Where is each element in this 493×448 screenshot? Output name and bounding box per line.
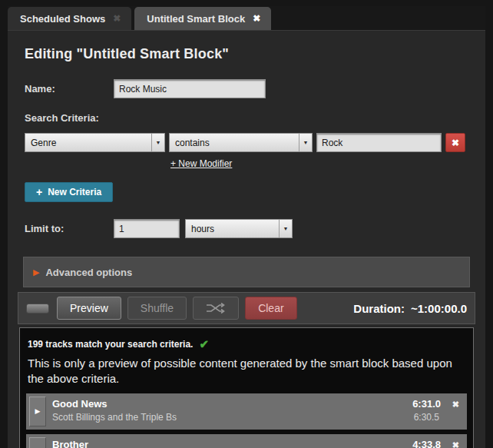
criteria-modifier-select[interactable]: contains ▼ [169, 133, 313, 152]
limit-value-input[interactable] [114, 219, 180, 238]
criteria-row: Genre ▼ contains ▼ ✖ [25, 133, 476, 152]
smart-block-window: Scheduled Shows ✖ Untitled Smart Block ✖… [8, 6, 485, 448]
remove-criteria-button[interactable]: ✖ [445, 133, 465, 152]
play-button[interactable]: ▶ [29, 437, 46, 448]
toolbar-grip-handle[interactable] [26, 304, 49, 314]
remove-track-icon[interactable]: ✖ [452, 440, 459, 448]
track-row[interactable]: ▶ Good News 6:31.0 Scott Billings and th… [26, 393, 467, 430]
track-cue-length: 6:30.5 [414, 412, 439, 423]
track-list: ▶ Good News 6:31.0 Scott Billings and th… [26, 393, 467, 448]
success-check-icon: ✔ [199, 337, 209, 351]
chevron-down-icon: ▼ [151, 134, 164, 151]
duration-label: Duration: [353, 302, 405, 315]
name-row: Name: [25, 79, 476, 98]
track-title: Good News [52, 398, 412, 410]
advanced-options-header[interactable]: ▶ Advanced options [23, 257, 470, 287]
preview-panel: 199 tracks match your search criteria. ✔… [19, 327, 474, 448]
crossfade-shuffle-button[interactable] [193, 297, 239, 320]
duration-display: Duration:~1:00:00.0 [353, 302, 467, 315]
play-button[interactable]: ▶ [29, 397, 46, 426]
plus-icon: + [36, 186, 42, 198]
match-count-text: 199 tracks match your search criteria. [28, 339, 193, 350]
shuffle-arrows-icon [206, 303, 226, 314]
close-icon: ✖ [452, 138, 459, 148]
criteria-modifier-value: contains [170, 138, 299, 148]
chevron-down-icon: ▼ [299, 134, 312, 151]
limit-row: Limit to: hours ▼ [25, 219, 476, 238]
track-title: Brother [52, 439, 412, 448]
preview-toolbar: Preview Shuffle Clear Duration:~1:00:00.… [18, 292, 475, 324]
tab-close-icon[interactable]: ✖ [253, 13, 260, 24]
tab-label: Scheduled Shows [20, 13, 105, 25]
match-line: 199 tracks match your search criteria. ✔ [28, 337, 467, 351]
limit-unit-value: hours [186, 224, 279, 234]
tab-label: Untitled Smart Block [147, 13, 245, 25]
page-title: Editing "Untitled Smart Block" [25, 46, 476, 62]
track-artist: Scott Billings and the Triple Bs [52, 412, 414, 423]
tab-close-icon[interactable]: ✖ [113, 13, 121, 24]
search-criteria-label: Search Criteria: [25, 112, 476, 124]
preview-note: This is only a preview of possible conte… [28, 356, 467, 387]
name-label: Name: [25, 83, 114, 95]
limit-label: Limit to: [25, 223, 114, 234]
play-icon: ▶ [35, 407, 41, 415]
tab-scheduled-shows[interactable]: Scheduled Shows ✖ [8, 7, 131, 30]
shuffle-button[interactable]: Shuffle [127, 297, 187, 320]
remove-track-icon[interactable]: ✖ [452, 400, 459, 410]
criteria-value-input[interactable] [316, 133, 442, 152]
track-row[interactable]: ▶ Brother 4:33.8 Earl Pigs 4:33.3 ✖ [26, 434, 467, 448]
duration-value: ~1:00:00.0 [411, 302, 467, 315]
new-criteria-button[interactable]: + New Criteria [25, 182, 113, 202]
tab-bar: Scheduled Shows ✖ Untitled Smart Block ✖ [8, 6, 485, 31]
name-input[interactable] [114, 79, 266, 98]
editor-content: Editing "Untitled Smart Block" Name: Sea… [8, 46, 485, 448]
expand-arrow-icon: ▶ [33, 267, 39, 277]
preview-button[interactable]: Preview [57, 297, 121, 320]
track-length: 4:33.8 [412, 439, 441, 448]
advanced-options-label: Advanced options [45, 267, 132, 278]
criteria-field-select[interactable]: Genre ▼ [25, 133, 165, 152]
limit-unit-select[interactable]: hours ▼ [185, 219, 293, 238]
tab-untitled-smart-block[interactable]: Untitled Smart Block ✖ [134, 7, 271, 30]
clear-button[interactable]: Clear [245, 297, 296, 320]
track-length: 6:31.0 [412, 398, 441, 410]
new-modifier-link[interactable]: + New Modifier [170, 158, 232, 169]
criteria-field-value: Genre [25, 138, 151, 148]
new-criteria-label: New Criteria [48, 187, 101, 197]
chevron-down-icon: ▼ [279, 220, 292, 237]
